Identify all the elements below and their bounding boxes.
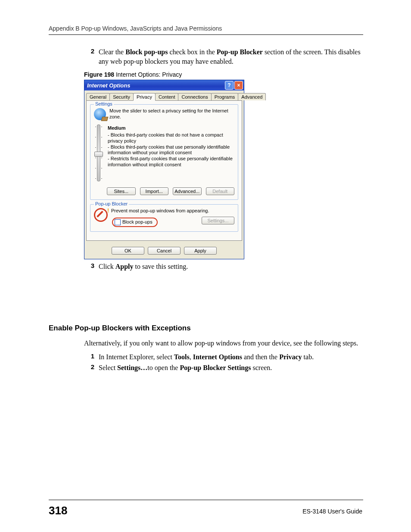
- default-button[interactable]: Default: [206, 187, 235, 195]
- step-number: 2: [84, 363, 99, 373]
- group-title: Pop-up Blocker: [94, 201, 129, 206]
- tab-security[interactable]: Security: [109, 93, 134, 100]
- figure-title: Internet Options: Privacy: [114, 71, 182, 78]
- privacy-slider-block: Medium - Blocks third-party cookies that…: [94, 124, 234, 181]
- block-popups-label: Block pop-ups: [122, 219, 153, 225]
- exception-content: Alternatively, if you only want to allow…: [84, 339, 364, 374]
- guide-name: ES-3148 User's Guide: [302, 508, 362, 515]
- t: Privacy: [279, 353, 302, 361]
- t: and then the: [242, 353, 279, 361]
- slider-track: [97, 124, 100, 181]
- step-number: 2: [84, 47, 99, 66]
- page-number: 318: [49, 504, 67, 517]
- block-popups-checkbox-highlight: Block pop-ups: [112, 218, 158, 227]
- step-text: In Internet Explorer, select Tools, Inte…: [99, 352, 314, 362]
- t: tab.: [302, 353, 314, 361]
- t: ,: [190, 353, 193, 361]
- group-title: Settings: [94, 101, 114, 106]
- t: check box in the: [168, 48, 216, 56]
- running-header: Appendix B Pop-up Windows, JavaScripts a…: [49, 25, 222, 32]
- block-popups-checkbox[interactable]: [115, 219, 121, 225]
- popup-settings-button[interactable]: Settings...: [202, 217, 234, 224]
- step-text: Select Settings…to open the Pop-up Block…: [99, 363, 272, 373]
- tab-privacy[interactable]: Privacy: [133, 93, 156, 101]
- ok-button[interactable]: OK: [112, 247, 144, 255]
- privacy-bullet: - Blocks third-party cookies that use pe…: [108, 144, 234, 156]
- settings-button-row: Sites... Import... Advanced... Default: [107, 187, 234, 195]
- popup-desc: Prevent most pop-up windows from appeari…: [111, 208, 234, 214]
- main-content: 2 Clear the Block pop-ups check box in t…: [84, 47, 364, 273]
- privacy-bullet: - Blocks third-party cookies that do not…: [108, 132, 234, 144]
- globe-icon: [94, 108, 106, 120]
- section-heading: Enable Pop-up Blockers with Exceptions: [49, 324, 191, 333]
- t: Settings…: [117, 364, 147, 371]
- tab-programs[interactable]: Programs: [211, 93, 239, 100]
- t: to save this setting.: [133, 263, 188, 270]
- tab-content[interactable]: Content: [155, 93, 179, 100]
- sites-button[interactable]: Sites...: [107, 187, 136, 195]
- header-rule: [49, 34, 363, 35]
- t: screen.: [251, 364, 272, 371]
- slider-desc-col: Medium - Blocks third-party cookies that…: [108, 124, 234, 181]
- advanced-button[interactable]: Advanced...: [173, 187, 202, 195]
- privacy-bullet: - Restricts first-party cookies that use…: [108, 156, 234, 168]
- figure-number: Figure 198: [84, 71, 114, 78]
- t: Internet Options: [193, 353, 242, 361]
- popup-blocker-icon: [94, 208, 108, 222]
- popup-desc-row: Prevent most pop-up windows from appeari…: [94, 208, 234, 227]
- import-button[interactable]: Import...: [140, 187, 169, 195]
- step-3-row: 3 Click Apply to save this setting.: [84, 262, 364, 271]
- t: Tools: [174, 353, 190, 361]
- step-e1-row: 1 In Internet Explorer, select Tools, In…: [84, 352, 364, 362]
- tab-strip: General Security Privacy Content Connect…: [86, 93, 242, 100]
- close-icon[interactable]: ×: [234, 81, 243, 90]
- settings-group: Settings Move the slider to select a pri…: [90, 104, 238, 200]
- step-e2-row: 2 Select Settings…to open the Pop-up Blo…: [84, 363, 364, 373]
- t: Select: [99, 364, 117, 371]
- internet-options-dialog: Internet Options ? × General Security Pr…: [84, 80, 244, 259]
- t: Pop-up Blocker: [217, 48, 263, 56]
- dialog-titlebar[interactable]: Internet Options ? ×: [84, 80, 244, 90]
- tab-connections[interactable]: Connections: [178, 93, 211, 100]
- tab-advanced[interactable]: Advanced: [238, 93, 266, 100]
- settings-desc-row: Move the slider to select a privacy sett…: [94, 108, 234, 120]
- help-icon[interactable]: ?: [225, 81, 234, 90]
- dialog-title: Internet Options: [87, 82, 224, 89]
- privacy-level-label: Medium: [108, 125, 234, 131]
- tab-general[interactable]: General: [86, 93, 110, 100]
- footer-rule: [49, 500, 363, 500]
- t: Click: [99, 263, 115, 270]
- exception-paragraph: Alternatively, if you only want to allow…: [84, 339, 364, 348]
- t: to open the: [147, 364, 180, 371]
- step-2-row: 2 Clear the Block pop-ups check box in t…: [84, 47, 364, 66]
- privacy-slider[interactable]: [94, 124, 103, 181]
- t: Pop-up Blocker Settings: [180, 364, 251, 371]
- popup-right-col: Prevent most pop-up windows from appeari…: [108, 208, 234, 227]
- t: Block pop-ups: [125, 48, 168, 56]
- t: Apply: [115, 263, 134, 270]
- t: Clear the: [99, 48, 125, 56]
- step-text: Click Apply to save this setting.: [99, 262, 188, 271]
- tab-body: Settings Move the slider to select a pri…: [86, 100, 242, 241]
- t: In Internet Explorer, select: [99, 353, 174, 361]
- step-number: 1: [84, 352, 99, 362]
- figure-caption: Figure 198 Internet Options: Privacy: [84, 71, 364, 78]
- popup-blocker-group: Pop-up Blocker Prevent most pop-up windo…: [90, 204, 238, 232]
- apply-button[interactable]: Apply: [184, 247, 217, 255]
- slider-thumb[interactable]: [94, 152, 103, 157]
- dialog-button-row: OK Cancel Apply: [84, 243, 244, 259]
- step-text: Clear the Block pop-ups check box in the…: [99, 47, 364, 66]
- settings-desc: Move the slider to select a privacy sett…: [109, 108, 234, 120]
- step-number: 3: [84, 262, 99, 271]
- cancel-button[interactable]: Cancel: [148, 247, 181, 255]
